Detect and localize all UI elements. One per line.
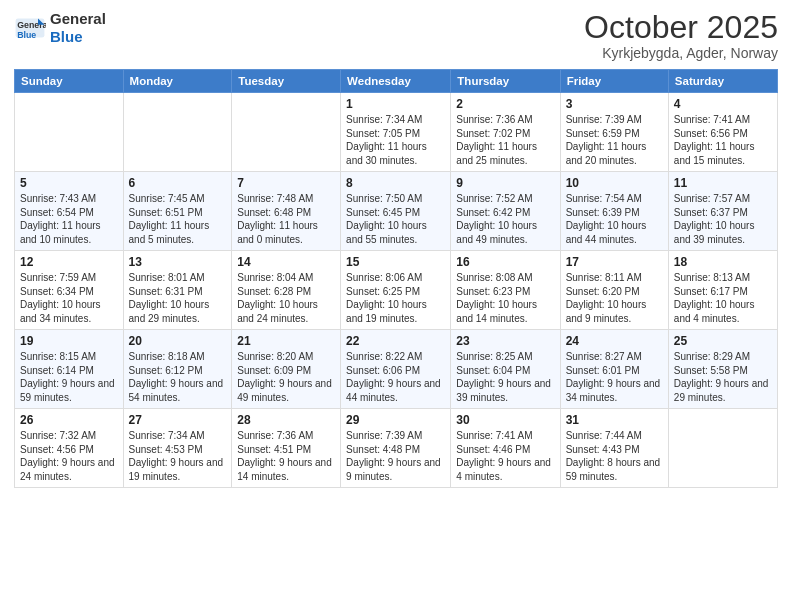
weekday-header-monday: Monday	[123, 70, 232, 93]
calendar-week-row: 1Sunrise: 7:34 AM Sunset: 7:05 PM Daylig…	[15, 93, 778, 172]
day-info: Sunrise: 7:44 AM Sunset: 4:43 PM Dayligh…	[566, 429, 663, 483]
day-info: Sunrise: 7:36 AM Sunset: 4:51 PM Dayligh…	[237, 429, 335, 483]
day-info: Sunrise: 7:36 AM Sunset: 7:02 PM Dayligh…	[456, 113, 554, 167]
day-number: 24	[566, 334, 663, 348]
day-number: 9	[456, 176, 554, 190]
calendar-cell: 7Sunrise: 7:48 AM Sunset: 6:48 PM Daylig…	[232, 172, 341, 251]
day-number: 22	[346, 334, 445, 348]
location: Kyrkjebygda, Agder, Norway	[584, 45, 778, 61]
calendar-header: SundayMondayTuesdayWednesdayThursdayFrid…	[15, 70, 778, 93]
calendar-cell: 28Sunrise: 7:36 AM Sunset: 4:51 PM Dayli…	[232, 409, 341, 488]
calendar-cell: 14Sunrise: 8:04 AM Sunset: 6:28 PM Dayli…	[232, 251, 341, 330]
day-number: 17	[566, 255, 663, 269]
day-info: Sunrise: 8:11 AM Sunset: 6:20 PM Dayligh…	[566, 271, 663, 325]
day-number: 21	[237, 334, 335, 348]
day-number: 7	[237, 176, 335, 190]
day-number: 19	[20, 334, 118, 348]
day-info: Sunrise: 8:18 AM Sunset: 6:12 PM Dayligh…	[129, 350, 227, 404]
header: General Blue General Blue October 2025 K…	[14, 10, 778, 61]
logo: General Blue General Blue	[14, 10, 106, 46]
day-info: Sunrise: 7:48 AM Sunset: 6:48 PM Dayligh…	[237, 192, 335, 246]
calendar-cell: 1Sunrise: 7:34 AM Sunset: 7:05 PM Daylig…	[341, 93, 451, 172]
weekday-header-thursday: Thursday	[451, 70, 560, 93]
calendar-cell: 21Sunrise: 8:20 AM Sunset: 6:09 PM Dayli…	[232, 330, 341, 409]
day-number: 11	[674, 176, 772, 190]
day-number: 28	[237, 413, 335, 427]
day-info: Sunrise: 8:04 AM Sunset: 6:28 PM Dayligh…	[237, 271, 335, 325]
calendar-cell: 9Sunrise: 7:52 AM Sunset: 6:42 PM Daylig…	[451, 172, 560, 251]
day-info: Sunrise: 8:27 AM Sunset: 6:01 PM Dayligh…	[566, 350, 663, 404]
day-info: Sunrise: 7:41 AM Sunset: 4:46 PM Dayligh…	[456, 429, 554, 483]
day-number: 10	[566, 176, 663, 190]
day-number: 29	[346, 413, 445, 427]
calendar-cell: 23Sunrise: 8:25 AM Sunset: 6:04 PM Dayli…	[451, 330, 560, 409]
day-number: 15	[346, 255, 445, 269]
calendar-cell: 31Sunrise: 7:44 AM Sunset: 4:43 PM Dayli…	[560, 409, 668, 488]
day-info: Sunrise: 8:13 AM Sunset: 6:17 PM Dayligh…	[674, 271, 772, 325]
day-number: 8	[346, 176, 445, 190]
day-info: Sunrise: 7:54 AM Sunset: 6:39 PM Dayligh…	[566, 192, 663, 246]
day-number: 30	[456, 413, 554, 427]
weekday-row: SundayMondayTuesdayWednesdayThursdayFrid…	[15, 70, 778, 93]
day-number: 12	[20, 255, 118, 269]
calendar-cell: 24Sunrise: 8:27 AM Sunset: 6:01 PM Dayli…	[560, 330, 668, 409]
day-info: Sunrise: 8:15 AM Sunset: 6:14 PM Dayligh…	[20, 350, 118, 404]
calendar-cell: 3Sunrise: 7:39 AM Sunset: 6:59 PM Daylig…	[560, 93, 668, 172]
logo-general-text: General	[50, 10, 106, 28]
calendar-cell: 2Sunrise: 7:36 AM Sunset: 7:02 PM Daylig…	[451, 93, 560, 172]
calendar-cell: 13Sunrise: 8:01 AM Sunset: 6:31 PM Dayli…	[123, 251, 232, 330]
page: General Blue General Blue October 2025 K…	[0, 0, 792, 612]
calendar-cell: 30Sunrise: 7:41 AM Sunset: 4:46 PM Dayli…	[451, 409, 560, 488]
calendar-cell: 11Sunrise: 7:57 AM Sunset: 6:37 PM Dayli…	[668, 172, 777, 251]
calendar-cell: 17Sunrise: 8:11 AM Sunset: 6:20 PM Dayli…	[560, 251, 668, 330]
day-number: 1	[346, 97, 445, 111]
day-number: 23	[456, 334, 554, 348]
calendar-week-row: 12Sunrise: 7:59 AM Sunset: 6:34 PM Dayli…	[15, 251, 778, 330]
day-info: Sunrise: 8:01 AM Sunset: 6:31 PM Dayligh…	[129, 271, 227, 325]
day-info: Sunrise: 7:45 AM Sunset: 6:51 PM Dayligh…	[129, 192, 227, 246]
day-number: 20	[129, 334, 227, 348]
calendar-table: SundayMondayTuesdayWednesdayThursdayFrid…	[14, 69, 778, 488]
calendar-cell: 4Sunrise: 7:41 AM Sunset: 6:56 PM Daylig…	[668, 93, 777, 172]
calendar-week-row: 19Sunrise: 8:15 AM Sunset: 6:14 PM Dayli…	[15, 330, 778, 409]
day-number: 5	[20, 176, 118, 190]
calendar-body: 1Sunrise: 7:34 AM Sunset: 7:05 PM Daylig…	[15, 93, 778, 488]
day-info: Sunrise: 7:39 AM Sunset: 6:59 PM Dayligh…	[566, 113, 663, 167]
weekday-header-friday: Friday	[560, 70, 668, 93]
calendar-cell: 26Sunrise: 7:32 AM Sunset: 4:56 PM Dayli…	[15, 409, 124, 488]
calendar-week-row: 5Sunrise: 7:43 AM Sunset: 6:54 PM Daylig…	[15, 172, 778, 251]
day-number: 3	[566, 97, 663, 111]
svg-text:Blue: Blue	[17, 30, 36, 40]
calendar-cell: 20Sunrise: 8:18 AM Sunset: 6:12 PM Dayli…	[123, 330, 232, 409]
month-title: October 2025	[584, 10, 778, 45]
weekday-header-saturday: Saturday	[668, 70, 777, 93]
calendar-cell: 18Sunrise: 8:13 AM Sunset: 6:17 PM Dayli…	[668, 251, 777, 330]
calendar-cell: 12Sunrise: 7:59 AM Sunset: 6:34 PM Dayli…	[15, 251, 124, 330]
calendar-cell: 27Sunrise: 7:34 AM Sunset: 4:53 PM Dayli…	[123, 409, 232, 488]
day-info: Sunrise: 7:34 AM Sunset: 4:53 PM Dayligh…	[129, 429, 227, 483]
calendar-cell: 25Sunrise: 8:29 AM Sunset: 5:58 PM Dayli…	[668, 330, 777, 409]
svg-text:General: General	[17, 20, 46, 30]
calendar-cell	[668, 409, 777, 488]
calendar-cell: 22Sunrise: 8:22 AM Sunset: 6:06 PM Dayli…	[341, 330, 451, 409]
day-info: Sunrise: 7:34 AM Sunset: 7:05 PM Dayligh…	[346, 113, 445, 167]
day-number: 25	[674, 334, 772, 348]
day-number: 13	[129, 255, 227, 269]
day-number: 6	[129, 176, 227, 190]
calendar-cell: 6Sunrise: 7:45 AM Sunset: 6:51 PM Daylig…	[123, 172, 232, 251]
logo-blue-text: Blue	[50, 28, 106, 46]
calendar-week-row: 26Sunrise: 7:32 AM Sunset: 4:56 PM Dayli…	[15, 409, 778, 488]
day-info: Sunrise: 7:39 AM Sunset: 4:48 PM Dayligh…	[346, 429, 445, 483]
day-info: Sunrise: 7:52 AM Sunset: 6:42 PM Dayligh…	[456, 192, 554, 246]
day-number: 27	[129, 413, 227, 427]
day-info: Sunrise: 7:57 AM Sunset: 6:37 PM Dayligh…	[674, 192, 772, 246]
day-number: 31	[566, 413, 663, 427]
day-number: 18	[674, 255, 772, 269]
calendar-cell: 5Sunrise: 7:43 AM Sunset: 6:54 PM Daylig…	[15, 172, 124, 251]
logo-icon: General Blue	[14, 12, 46, 44]
calendar-cell	[123, 93, 232, 172]
weekday-header-tuesday: Tuesday	[232, 70, 341, 93]
day-number: 14	[237, 255, 335, 269]
day-number: 2	[456, 97, 554, 111]
day-info: Sunrise: 8:29 AM Sunset: 5:58 PM Dayligh…	[674, 350, 772, 404]
